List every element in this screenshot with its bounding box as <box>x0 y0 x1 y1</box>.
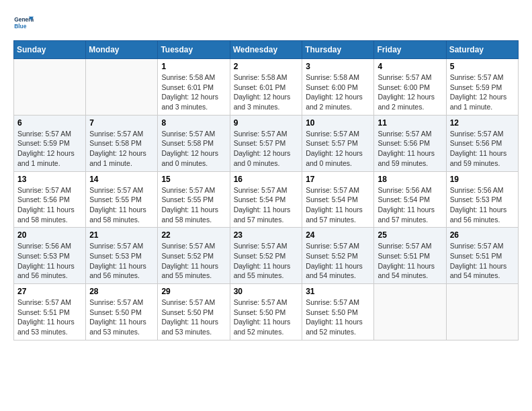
day-number: 20 <box>17 230 82 240</box>
day-info: Sunrise: 5:57 AMSunset: 5:59 PMDaylight:… <box>17 129 82 169</box>
calendar-cell: 16Sunrise: 5:57 AMSunset: 5:54 PMDayligh… <box>230 171 302 228</box>
calendar-day-header: Sunday <box>14 41 86 59</box>
calendar-cell: 29Sunrise: 5:57 AMSunset: 5:50 PMDayligh… <box>158 284 230 340</box>
day-info: Sunrise: 5:57 AMSunset: 5:50 PMDaylight:… <box>306 298 370 337</box>
calendar-cell: 30Sunrise: 5:57 AMSunset: 5:50 PMDayligh… <box>230 284 302 340</box>
calendar-cell: 17Sunrise: 5:57 AMSunset: 5:54 PMDayligh… <box>302 171 374 228</box>
day-number: 3 <box>306 62 370 71</box>
day-number: 30 <box>234 287 299 296</box>
day-info: Sunrise: 5:57 AMSunset: 5:57 PMDaylight:… <box>306 129 370 169</box>
calendar-cell: 20Sunrise: 5:56 AMSunset: 5:53 PMDayligh… <box>14 228 86 284</box>
calendar-cell: 28Sunrise: 5:57 AMSunset: 5:50 PMDayligh… <box>86 284 158 340</box>
calendar-table: SundayMondayTuesdayWednesdayThursdayFrid… <box>13 40 519 340</box>
calendar-cell: 5Sunrise: 5:57 AMSunset: 5:59 PMDaylight… <box>446 59 518 116</box>
day-number: 16 <box>234 175 299 184</box>
day-number: 14 <box>89 175 154 184</box>
calendar-cell <box>374 284 446 340</box>
day-number: 12 <box>450 118 515 128</box>
day-info: Sunrise: 5:57 AMSunset: 5:57 PMDaylight:… <box>234 129 299 169</box>
day-number: 26 <box>450 230 515 240</box>
day-info: Sunrise: 5:57 AMSunset: 5:56 PMDaylight:… <box>17 185 82 225</box>
day-info: Sunrise: 5:57 AMSunset: 5:50 PMDaylight:… <box>89 298 154 337</box>
calendar-cell: 3Sunrise: 5:58 AMSunset: 6:00 PMDaylight… <box>302 59 374 116</box>
calendar-cell: 13Sunrise: 5:57 AMSunset: 5:56 PMDayligh… <box>14 171 86 228</box>
day-number: 9 <box>234 118 299 128</box>
calendar-cell: 9Sunrise: 5:57 AMSunset: 5:57 PMDaylight… <box>230 115 302 171</box>
day-info: Sunrise: 5:57 AMSunset: 5:52 PMDaylight:… <box>234 241 299 281</box>
day-number: 21 <box>89 230 154 240</box>
day-info: Sunrise: 5:56 AMSunset: 5:54 PMDaylight:… <box>378 185 442 225</box>
day-number: 18 <box>378 175 442 184</box>
day-info: Sunrise: 5:57 AMSunset: 5:54 PMDaylight:… <box>306 185 370 225</box>
calendar-cell: 6Sunrise: 5:57 AMSunset: 5:59 PMDaylight… <box>14 115 86 171</box>
day-info: Sunrise: 5:57 AMSunset: 5:58 PMDaylight:… <box>89 129 154 169</box>
day-number: 8 <box>161 118 226 128</box>
day-info: Sunrise: 5:57 AMSunset: 5:59 PMDaylight:… <box>450 73 515 112</box>
day-number: 24 <box>306 230 370 240</box>
calendar-day-header: Friday <box>374 41 446 59</box>
calendar-day-header: Saturday <box>446 41 518 59</box>
day-info: Sunrise: 5:57 AMSunset: 5:58 PMDaylight:… <box>161 129 226 169</box>
calendar-week-row: 27Sunrise: 5:57 AMSunset: 5:51 PMDayligh… <box>14 284 519 340</box>
day-info: Sunrise: 5:57 AMSunset: 5:51 PMDaylight:… <box>450 241 515 281</box>
calendar-cell: 21Sunrise: 5:57 AMSunset: 5:53 PMDayligh… <box>86 228 158 284</box>
calendar-week-row: 1Sunrise: 5:58 AMSunset: 6:01 PMDaylight… <box>14 59 519 116</box>
calendar-cell: 8Sunrise: 5:57 AMSunset: 5:58 PMDaylight… <box>158 115 230 171</box>
day-number: 27 <box>17 287 82 296</box>
day-info: Sunrise: 5:58 AMSunset: 6:01 PMDaylight:… <box>234 73 299 112</box>
day-info: Sunrise: 5:57 AMSunset: 5:55 PMDaylight:… <box>161 185 226 225</box>
calendar-day-header: Wednesday <box>230 41 302 59</box>
calendar-cell <box>86 59 158 116</box>
logo: General Blue <box>13 13 34 34</box>
calendar-cell: 10Sunrise: 5:57 AMSunset: 5:57 PMDayligh… <box>302 115 374 171</box>
calendar-week-row: 20Sunrise: 5:56 AMSunset: 5:53 PMDayligh… <box>14 228 519 284</box>
day-number: 13 <box>17 175 82 184</box>
day-number: 1 <box>161 62 226 71</box>
day-info: Sunrise: 5:57 AMSunset: 5:55 PMDaylight:… <box>89 185 154 225</box>
day-info: Sunrise: 5:56 AMSunset: 5:53 PMDaylight:… <box>17 241 82 281</box>
calendar-cell: 12Sunrise: 5:57 AMSunset: 5:56 PMDayligh… <box>446 115 518 171</box>
day-number: 28 <box>89 287 154 296</box>
calendar-cell: 1Sunrise: 5:58 AMSunset: 6:01 PMDaylight… <box>158 59 230 116</box>
day-info: Sunrise: 5:57 AMSunset: 5:51 PMDaylight:… <box>378 241 442 281</box>
day-info: Sunrise: 5:57 AMSunset: 5:53 PMDaylight:… <box>89 241 154 281</box>
day-info: Sunrise: 5:57 AMSunset: 5:54 PMDaylight:… <box>234 185 299 225</box>
day-info: Sunrise: 5:57 AMSunset: 5:56 PMDaylight:… <box>378 129 442 169</box>
logo-icon: General Blue <box>13 13 34 34</box>
day-number: 17 <box>306 175 370 184</box>
calendar-day-header: Tuesday <box>158 41 230 59</box>
day-number: 7 <box>89 118 154 128</box>
day-info: Sunrise: 5:57 AMSunset: 5:56 PMDaylight:… <box>450 129 515 169</box>
calendar-cell <box>14 59 86 116</box>
calendar-cell: 4Sunrise: 5:57 AMSunset: 6:00 PMDaylight… <box>374 59 446 116</box>
day-info: Sunrise: 5:58 AMSunset: 6:01 PMDaylight:… <box>161 73 226 112</box>
calendar-cell: 24Sunrise: 5:57 AMSunset: 5:52 PMDayligh… <box>302 228 374 284</box>
calendar-cell: 31Sunrise: 5:57 AMSunset: 5:50 PMDayligh… <box>302 284 374 340</box>
day-info: Sunrise: 5:57 AMSunset: 5:50 PMDaylight:… <box>161 298 226 337</box>
calendar-cell: 22Sunrise: 5:57 AMSunset: 5:52 PMDayligh… <box>158 228 230 284</box>
day-number: 15 <box>161 175 226 184</box>
day-number: 25 <box>378 230 442 240</box>
day-number: 22 <box>161 230 226 240</box>
day-number: 23 <box>234 230 299 240</box>
calendar-cell: 15Sunrise: 5:57 AMSunset: 5:55 PMDayligh… <box>158 171 230 228</box>
calendar-cell: 25Sunrise: 5:57 AMSunset: 5:51 PMDayligh… <box>374 228 446 284</box>
day-number: 11 <box>378 118 442 128</box>
day-number: 2 <box>234 62 299 71</box>
calendar-cell: 23Sunrise: 5:57 AMSunset: 5:52 PMDayligh… <box>230 228 302 284</box>
day-info: Sunrise: 5:58 AMSunset: 6:00 PMDaylight:… <box>306 73 370 112</box>
day-number: 6 <box>17 118 82 128</box>
day-number: 31 <box>306 287 370 296</box>
day-info: Sunrise: 5:57 AMSunset: 5:52 PMDaylight:… <box>306 241 370 281</box>
day-number: 10 <box>306 118 370 128</box>
day-info: Sunrise: 5:57 AMSunset: 5:51 PMDaylight:… <box>17 298 82 337</box>
calendar-week-row: 13Sunrise: 5:57 AMSunset: 5:56 PMDayligh… <box>14 171 519 228</box>
calendar-day-header: Thursday <box>302 41 374 59</box>
calendar-cell: 2Sunrise: 5:58 AMSunset: 6:01 PMDaylight… <box>230 59 302 116</box>
day-info: Sunrise: 5:57 AMSunset: 6:00 PMDaylight:… <box>378 73 442 112</box>
day-info: Sunrise: 5:57 AMSunset: 5:52 PMDaylight:… <box>161 241 226 281</box>
calendar-cell: 27Sunrise: 5:57 AMSunset: 5:51 PMDayligh… <box>14 284 86 340</box>
calendar-cell: 26Sunrise: 5:57 AMSunset: 5:51 PMDayligh… <box>446 228 518 284</box>
calendar-cell <box>446 284 518 340</box>
calendar-week-row: 6Sunrise: 5:57 AMSunset: 5:59 PMDaylight… <box>14 115 519 171</box>
